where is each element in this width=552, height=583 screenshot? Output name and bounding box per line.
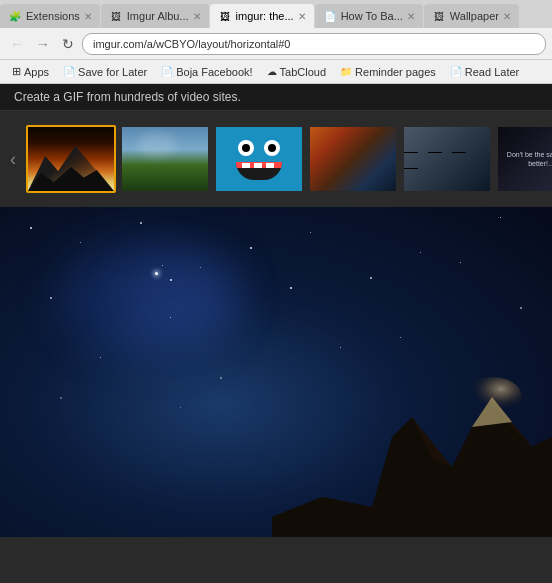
read-later-label: Read Later	[465, 66, 519, 78]
bookmark-tabcloud[interactable]: ☁ TabCloud	[261, 64, 332, 80]
thumbnail-1[interactable]	[26, 125, 116, 193]
tabcloud-label: TabCloud	[280, 66, 326, 78]
tabcloud-icon: ☁	[267, 66, 277, 77]
main-image	[0, 207, 552, 537]
apps-button[interactable]: ⊞ Apps	[6, 63, 55, 80]
how-to-ba-favicon: 📄	[323, 9, 337, 23]
reload-button[interactable]: ↻	[58, 34, 78, 54]
gif-banner-text: Create a GIF from hundreds of video site…	[14, 90, 241, 104]
thumb-1-image	[28, 127, 114, 191]
dashes-text: — — — —	[404, 143, 490, 175]
thumb-6-image: Don't be the same, be better!...	[498, 127, 552, 191]
bookmark-reminder-pages[interactable]: 📁 Reminder pages	[334, 64, 442, 80]
read-later-icon: 📄	[450, 66, 462, 77]
extensions-favicon: 🧩	[8, 9, 22, 23]
tab-extensions-close[interactable]: ✕	[84, 11, 92, 22]
thumbnail-4[interactable]	[308, 125, 398, 193]
back-button[interactable]: ←	[6, 33, 28, 55]
browser-chrome: 🧩 Extensions ✕ 🖼 Imgur Albu... ✕ 🖼 imgur…	[0, 0, 552, 84]
tab-wallpaper-label: Wallpaper	[450, 10, 499, 22]
thumb-5-image: — — — —	[404, 127, 490, 191]
bookmark-read-later[interactable]: 📄 Read Later	[444, 64, 525, 80]
thumbnail-6[interactable]: Don't be the same, be better!...	[496, 125, 552, 193]
tab-extensions[interactable]: 🧩 Extensions ✕	[0, 4, 100, 28]
thumb-4-image	[310, 127, 396, 191]
svg-marker-1	[272, 397, 552, 537]
tab-wallpaper-close[interactable]: ✕	[503, 11, 511, 22]
tab-imgur-album-close[interactable]: ✕	[193, 11, 201, 22]
save-for-later-label: Save for Later	[78, 66, 147, 78]
thumbnail-strip: ‹	[0, 111, 552, 207]
thumb-3-image	[216, 127, 302, 191]
reminder-pages-icon: 📁	[340, 66, 352, 77]
tab-wallpaper[interactable]: 🖼 Wallpaper ✕	[424, 4, 519, 28]
tab-how-to-ba-close[interactable]: ✕	[407, 11, 415, 22]
tab-imgur-album-label: Imgur Albu...	[127, 10, 189, 22]
toolbar: ← → ↻	[0, 28, 552, 60]
mountain-svg	[272, 337, 552, 537]
tab-imgur-active[interactable]: 🖼 imgur: the... ✕	[210, 4, 314, 28]
wallpaper-favicon: 🖼	[432, 9, 446, 23]
bookmarks-bar: ⊞ Apps 📄 Save for Later 📄 Boja Facebook!…	[0, 60, 552, 84]
strip-nav-left[interactable]: ‹	[4, 129, 22, 189]
reminder-pages-label: Reminder pages	[355, 66, 436, 78]
thumbnail-5[interactable]: — — — —	[402, 125, 492, 193]
thumb-6-text: Don't be the same, be better!...	[502, 150, 552, 168]
forward-button[interactable]: →	[32, 33, 54, 55]
tab-extensions-label: Extensions	[26, 10, 80, 22]
page-content: Create a GIF from hundreds of video site…	[0, 84, 552, 537]
apps-grid-icon: ⊞	[12, 65, 21, 78]
boja-facebook-icon: 📄	[161, 66, 173, 77]
gif-banner: Create a GIF from hundreds of video site…	[0, 84, 552, 111]
tab-how-to-ba[interactable]: 📄 How To Ba... ✕	[315, 4, 423, 28]
tab-how-to-ba-label: How To Ba...	[341, 10, 403, 22]
tab-bar: 🧩 Extensions ✕ 🖼 Imgur Albu... ✕ 🖼 imgur…	[0, 0, 552, 28]
tab-imgur-album[interactable]: 🖼 Imgur Albu... ✕	[101, 4, 209, 28]
thumb-2-image	[122, 127, 208, 191]
imgur-favicon: 🖼	[218, 9, 232, 23]
thumbnail-3[interactable]	[214, 125, 304, 193]
address-bar[interactable]	[82, 33, 546, 55]
tab-imgur-label: imgur: the...	[236, 10, 294, 22]
boja-facebook-label: Boja Facebook!	[176, 66, 252, 78]
apps-label: Apps	[24, 66, 49, 78]
thumbnail-2[interactable]	[120, 125, 210, 193]
bookmark-boja-facebook[interactable]: 📄 Boja Facebook!	[155, 64, 258, 80]
imgur-album-favicon: 🖼	[109, 9, 123, 23]
save-for-later-icon: 📄	[63, 66, 75, 77]
tab-imgur-close[interactable]: ✕	[298, 11, 306, 22]
nebula-glow-2	[120, 257, 240, 337]
bookmark-save-for-later[interactable]: 📄 Save for Later	[57, 64, 153, 80]
